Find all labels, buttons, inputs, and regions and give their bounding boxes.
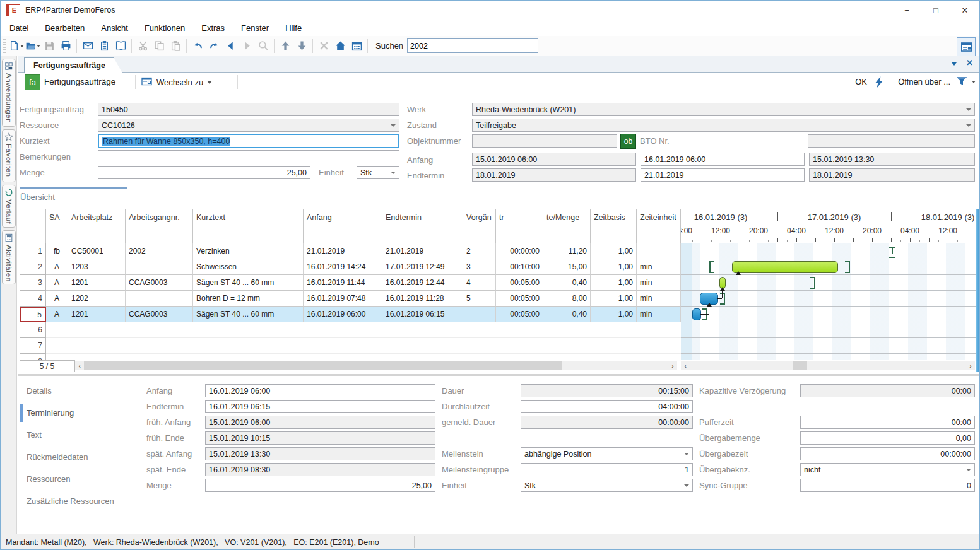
column-header-rownum[interactable] — [20, 209, 46, 243]
cell[interactable]: 3 — [463, 259, 496, 275]
row-number[interactable]: 4 — [20, 291, 46, 307]
row-number[interactable]: 7 — [20, 338, 46, 354]
chevron-down-icon[interactable] — [20, 45, 24, 47]
durchlaufzeit-field[interactable]: 04:00:00 — [521, 400, 693, 413]
menu-extras[interactable]: Extras — [201, 23, 225, 33]
column-header-Endtermin[interactable]: Endtermin — [382, 209, 463, 243]
cell[interactable]: 11,20 — [543, 243, 591, 259]
window-layout-button[interactable] — [957, 37, 976, 56]
scroll-left-icon[interactable]: ‹ — [75, 361, 84, 370]
column-header-SA[interactable]: SA — [46, 209, 68, 243]
sidebar-tab-anwendungen[interactable]: Anwendungen — [2, 59, 16, 127]
empty-row[interactable]: 8 — [20, 354, 681, 360]
cell[interactable]: 21.01.2019 — [304, 243, 382, 259]
cell[interactable]: 4 — [463, 275, 496, 291]
search-input[interactable] — [407, 38, 538, 53]
menu-fenster[interactable]: Fenster — [241, 23, 269, 33]
tab-close-icon[interactable]: ✕ — [966, 58, 973, 67]
cell[interactable]: CCAG0003 — [126, 307, 193, 322]
print-button[interactable] — [57, 38, 74, 54]
anfang-field-3[interactable]: 15.01.2019 13:30 — [809, 153, 975, 166]
sidebar-tab-verlauf[interactable]: Verlauf — [2, 185, 16, 228]
-bergabeknz--select[interactable]: nicht — [800, 463, 975, 476]
open-via-button[interactable]: Öffnen über ... — [898, 77, 950, 86]
cell[interactable]: 00:10:00 — [496, 259, 543, 275]
undo-button[interactable] — [189, 38, 206, 54]
meilenstein-select[interactable]: abhängige Position — [521, 447, 693, 460]
gantt-bar[interactable] — [692, 308, 701, 320]
cell[interactable]: Bohren D = 12 mm — [193, 291, 304, 307]
cell[interactable]: fb — [46, 243, 68, 259]
gantt-h-scrollbar-thumb[interactable] — [793, 361, 807, 370]
cell[interactable]: 16.01.2019 06:15 — [382, 307, 463, 322]
cell[interactable]: 15,00 — [543, 259, 591, 275]
gemeld--dauer-field[interactable]: 00:00:00 — [521, 416, 693, 429]
cell[interactable]: 16.01.2019 11:28 — [382, 291, 463, 307]
redo-button[interactable] — [206, 38, 222, 54]
cell[interactable] — [126, 291, 193, 307]
cell[interactable]: 00:05:00 — [496, 291, 543, 307]
cell[interactable]: 0,40 — [543, 307, 591, 322]
maximize-button[interactable]: □ — [921, 1, 950, 20]
cell[interactable]: 1,00 — [591, 275, 637, 291]
cell[interactable]: 16.01.2019 14:24 — [304, 259, 382, 275]
sp-t--anfang-field[interactable]: 15.01.2019 13:30 — [205, 447, 435, 460]
row-number[interactable]: 2 — [20, 259, 46, 275]
nav-back-button[interactable] — [222, 38, 239, 54]
scroll-right-icon[interactable]: › — [668, 361, 677, 370]
cell[interactable]: 16.01.2019 12:44 — [382, 275, 463, 291]
sync-gruppe-field[interactable]: 0 — [800, 479, 975, 492]
chevron-down-icon[interactable] — [37, 45, 40, 47]
table-h-scrollbar-thumb[interactable] — [84, 361, 562, 370]
cell[interactable]: Sägen ST 40 ... 60 mm — [193, 275, 304, 291]
cell[interactable]: 1,00 — [591, 307, 637, 322]
cell[interactable]: 8,00 — [543, 291, 591, 307]
cell[interactable]: 17.01.2019 12:49 — [382, 259, 463, 275]
row-number[interactable]: 6 — [20, 322, 46, 338]
dauer-field[interactable]: 00:15:00 — [521, 384, 693, 397]
cell[interactable]: CCAG0003 — [126, 275, 193, 291]
close-button[interactable]: ✕ — [950, 1, 979, 20]
cell[interactable]: 2002 — [126, 243, 193, 259]
calendar-button[interactable] — [348, 38, 365, 54]
table-row[interactable]: 5A1201CCAG0003Sägen ST 40 ... 60 mm16.01… — [20, 307, 681, 322]
sidebar-tab-favoriten[interactable]: Favoriten — [2, 129, 16, 182]
table-row[interactable]: 3A1201CCAG0003Sägen ST 40 ... 60 mm16.01… — [20, 275, 681, 291]
cell[interactable]: A — [46, 307, 68, 322]
objekt-browse-button[interactable]: ob — [620, 134, 636, 149]
move-up-button[interactable] — [277, 38, 293, 54]
catalog-button[interactable] — [112, 38, 129, 54]
cell[interactable]: A — [46, 275, 68, 291]
cell[interactable]: 0,40 — [543, 275, 591, 291]
gantt-bar[interactable] — [732, 261, 838, 273]
menu-datei[interactable]: Datei — [9, 23, 28, 33]
cell[interactable]: 1201 — [68, 275, 126, 291]
details-nav-ressourcen[interactable]: Ressourcen — [27, 474, 70, 484]
fr-h--anfang-field[interactable]: 15.01.2019 06:00 — [205, 416, 435, 429]
move-down-button[interactable] — [293, 38, 310, 54]
details-nav-zustzlicheressourcen[interactable]: Zusätzliche Ressourcen — [27, 496, 114, 506]
tab-uebersicht[interactable]: Übersicht — [20, 192, 55, 202]
cell[interactable]: 00:05:00 — [496, 307, 543, 322]
kurztext-field[interactable]: Rahmen für Wanne 850x350, h=400 — [98, 134, 399, 148]
execute-bolt-icon[interactable] — [873, 76, 885, 87]
cell[interactable] — [126, 259, 193, 275]
menu-ansicht[interactable]: Ansicht — [101, 23, 128, 33]
switch-to-button[interactable]: Wechseln zu — [141, 74, 212, 90]
cell[interactable]: 16.01.2019 07:48 — [304, 291, 382, 307]
-bergabezeit-field[interactable]: 00:00:00 — [800, 447, 975, 460]
cell[interactable]: Sägen ST 40 ... 60 mm — [193, 307, 304, 322]
gantt-scroll-left-icon[interactable]: ‹ — [681, 361, 690, 370]
column-header-Zeiteinheit[interactable]: Zeiteinheit — [637, 209, 681, 243]
sp-t--ende-field[interactable]: 16.01.2019 08:30 — [205, 463, 435, 476]
anfang-field-1[interactable]: 15.01.2019 06:00 — [472, 153, 636, 166]
endtermin-field-2[interactable]: 21.01.2019 — [641, 168, 805, 182]
einheit-select[interactable]: Stk — [357, 166, 399, 179]
details-nav-terminierung[interactable]: Terminierung — [27, 408, 74, 418]
cell[interactable]: 1201 — [68, 307, 126, 322]
column-header-Anfang[interactable]: Anfang — [304, 209, 382, 243]
new-document-button[interactable] — [8, 38, 25, 54]
cell[interactable]: 2 — [463, 243, 496, 259]
cell[interactable]: Schweissen — [193, 259, 304, 275]
sidebar-tab-aktivitten[interactable]: Aktivitäten — [2, 230, 16, 284]
